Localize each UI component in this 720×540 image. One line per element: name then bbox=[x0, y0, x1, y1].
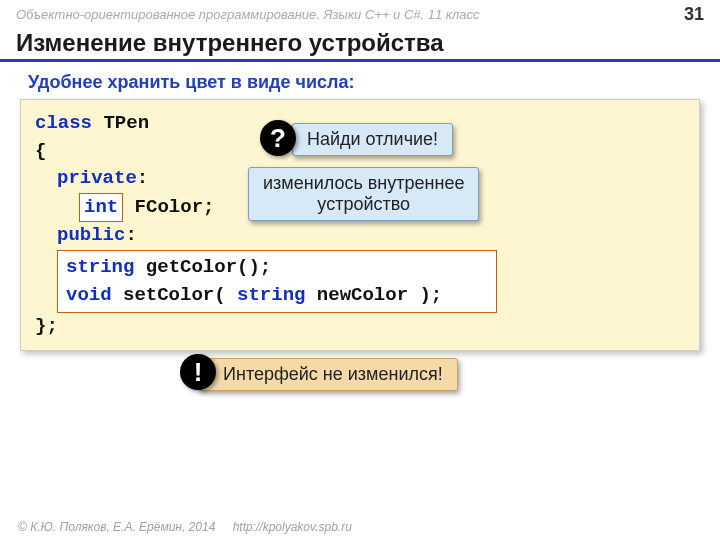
page-number: 31 bbox=[684, 4, 704, 25]
ret-string: string bbox=[66, 256, 134, 278]
kw-private: private bbox=[57, 167, 137, 189]
iface-unchanged-callout: Интерфейс не изменился! bbox=[198, 358, 458, 391]
footer-url[interactable]: http://kpolyakov.spb.ru bbox=[233, 520, 352, 534]
footer: © К.Ю. Поляков, Е.А. Ерёмин, 2014 http:/… bbox=[18, 520, 352, 534]
param-string: string bbox=[237, 284, 305, 306]
class-name: TPen bbox=[103, 112, 149, 134]
question-badge: ? bbox=[260, 120, 296, 156]
method-setcolor-rest: newColor ); bbox=[305, 284, 442, 306]
methods-box: string getColor(); void setColor( string… bbox=[57, 250, 497, 313]
course-label: Объектно-ориентированное программировани… bbox=[16, 7, 480, 22]
method-setcolor-name: setColor( bbox=[112, 284, 237, 306]
exclaim-badge: ! bbox=[180, 354, 216, 390]
field-fcolor: FColor; bbox=[123, 196, 214, 218]
changed-internals-callout: изменилось внутреннее устройство bbox=[248, 167, 479, 221]
ret-void: void bbox=[66, 284, 112, 306]
method-getcolor: getColor(); bbox=[134, 256, 271, 278]
find-difference-callout: Найди отличие! bbox=[292, 123, 453, 156]
subtitle: Удобнее хранить цвет в виде числа: bbox=[0, 62, 720, 99]
kw-public: public bbox=[57, 224, 125, 246]
iface-callout-wrap: ! Интерфейс не изменился! bbox=[198, 358, 498, 391]
brace-close: }; bbox=[35, 313, 685, 341]
page-title: Изменение внутреннего устройства bbox=[0, 27, 720, 62]
header-bar: Объектно-ориентированное программировани… bbox=[0, 0, 720, 27]
kw-class: class bbox=[35, 112, 92, 134]
int-type-box: int bbox=[79, 193, 123, 223]
copyright: © К.Ю. Поляков, Е.А. Ерёмин, 2014 bbox=[18, 520, 215, 534]
